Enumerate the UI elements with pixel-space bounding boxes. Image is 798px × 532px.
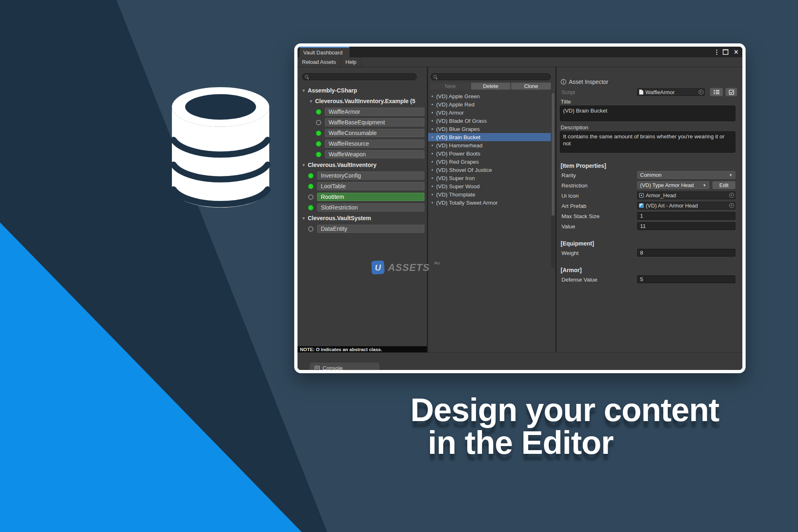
inspector-sections: [Item Properties]RarityCommon▼Restrictio… [561, 162, 738, 285]
object-picker-icon[interactable] [699, 90, 703, 95]
asset-row-vd-brain-bucket[interactable]: •(VD) Brain Bucket [428, 133, 551, 141]
asset-row-vd-power-boots[interactable]: •(VD) Power Boots [428, 149, 551, 158]
bullet-icon: • [431, 101, 433, 108]
tree-group-cleverous-vaultsystem[interactable]: ▼Cleverous.VaultSystem [298, 213, 427, 223]
properties-button[interactable] [710, 88, 723, 96]
property-label: Rarity [561, 172, 576, 178]
script-object-field[interactable]: WaffleArmor [637, 88, 705, 96]
menu-help[interactable]: Help [341, 57, 361, 67]
delete-button[interactable]: Delete [471, 83, 511, 90]
collapse-arrow-icon[interactable]: ▼ [302, 88, 306, 93]
scrollbar-thumb[interactable] [552, 93, 555, 216]
class-button-label: LootTable [321, 183, 346, 189]
inspector-header: Asset Inspector [561, 79, 609, 85]
bullet-icon: • [431, 200, 433, 206]
title-field[interactable]: (VD) Brain Bucket [560, 106, 735, 121]
value-field[interactable]: 11 [637, 222, 735, 230]
class-button-inventoryconfig[interactable]: InventoryConfig [317, 171, 424, 180]
property-label: Defense Value [561, 277, 597, 283]
bullet-icon: • [431, 93, 433, 99]
bullet-icon: • [431, 192, 433, 198]
object-picker-icon[interactable] [729, 203, 734, 208]
asset-row-vd-totally-sweet-armor[interactable]: •(VD) Totally Sweet Armor [428, 198, 551, 207]
weight-field[interactable]: 8 [637, 249, 735, 257]
class-button-rootitem[interactable]: RootItem [317, 193, 424, 201]
tree-search-input[interactable] [302, 73, 417, 80]
description-field[interactable]: It contains the same amount of brains wh… [560, 131, 735, 153]
menu-reload-assets[interactable]: Reload Assets [298, 57, 341, 67]
max-stack-size-field[interactable]: 1 [637, 212, 735, 220]
class-button-label: WaffleBaseEquipment [329, 119, 385, 126]
asset-row-label: (VD) Red Grapes [436, 159, 479, 165]
new-button[interactable]: New [431, 83, 470, 90]
asset-search-input[interactable] [431, 73, 551, 80]
uassets-logo-icon: U [371, 260, 385, 275]
class-button-wafflearmor[interactable]: WaffleArmor [325, 108, 424, 116]
property-label: Restriction [561, 183, 588, 189]
class-button-label: RootItem [321, 194, 344, 200]
class-button-waffleresource[interactable]: WaffleResource [325, 140, 424, 148]
asset-row-vd-super-iron[interactable]: •(VD) Super Iron [428, 174, 551, 182]
tab-console[interactable]: Console [310, 363, 379, 373]
headline-line1: Design your content [401, 391, 728, 429]
asset-row-vd-red-grapes[interactable]: •(VD) Red Grapes [428, 158, 551, 166]
ui-icon-object-field[interactable]: Armor_Head [637, 192, 735, 199]
asset-row-vd-blade-of-grass[interactable]: •(VD) Blade Of Grass [428, 117, 551, 125]
class-button-dataentity[interactable]: DataEntity [317, 225, 424, 233]
asset-list-scrollbar[interactable] [551, 92, 555, 268]
close-icon[interactable]: × [734, 50, 738, 54]
object-picker-icon[interactable] [729, 193, 734, 198]
tab-vault-dashboard[interactable]: Vault Dashboard [300, 47, 349, 57]
class-button-loottable[interactable]: LootTable [317, 182, 424, 190]
collapse-arrow-icon[interactable]: ▼ [302, 216, 306, 221]
asset-row-vd-apple-red[interactable]: •(VD) Apple Red [428, 100, 551, 108]
tree-item-loottable: LootTable [298, 181, 427, 192]
property-label: Art Prefab [561, 203, 586, 209]
class-button-wafflebaseequipment[interactable]: WaffleBaseEquipment [325, 118, 424, 126]
tree-item-inventoryconfig: InventoryConfig [298, 170, 427, 181]
maximize-icon[interactable] [723, 49, 728, 55]
tree-item-wafflebaseequipment: WaffleBaseEquipment [298, 117, 427, 128]
description-label: Description [561, 124, 588, 131]
asset-row-vd-armor[interactable]: •(VD) Armor [428, 108, 551, 117]
asset-row-vd-thornplate[interactable]: •(VD) Thornplate [428, 190, 551, 198]
art-prefab-object-field[interactable]: (VD) Art - Armor Head [637, 202, 735, 210]
asset-row-vd-apple-green[interactable]: •(VD) Apple Green [428, 92, 551, 100]
asset-row-vd-blue-grapes[interactable]: •(VD) Blue Grapes [428, 125, 551, 133]
window-bottom-strip: Console [298, 352, 742, 370]
class-button-waffleweapon[interactable]: WaffleWeapon [325, 150, 424, 158]
concrete-class-icon [308, 173, 313, 178]
bullet-icon: • [431, 118, 433, 124]
vault-dashboard-window: Vault Dashboard × Reload Assets Help ▼As… [294, 43, 746, 373]
rarity-dropdown[interactable]: Common▼ [637, 171, 735, 179]
asset-row-label: (VD) Power Boots [436, 151, 480, 157]
class-button-slotrestriction[interactable]: SlotRestriction [317, 203, 424, 212]
defense-value-field[interactable]: 5 [637, 275, 735, 283]
search-icon [305, 75, 309, 79]
restriction-dropdown[interactable]: (VD) Type Armor Head▼ [637, 181, 709, 189]
clone-button[interactable]: Clone [511, 83, 551, 90]
checkbox-button[interactable] [726, 88, 737, 96]
desktop-background: Design your content in the Editor Vault … [0, 0, 798, 532]
asset-row-vd-super-wood[interactable]: •(VD) Super Wood [428, 182, 551, 190]
abstract-class-icon [316, 120, 321, 125]
dropdown-value: (VD) Type Armor Head [640, 182, 703, 188]
asset-row-vd-shovel-of-justice[interactable]: •(VD) Shovel Of Justice [428, 166, 551, 174]
class-button-waffleconsumable[interactable]: WaffleConsumable [325, 129, 424, 137]
asset-row-label: (VD) Hammerhead [436, 142, 482, 149]
asset-row-vd-hammerhead[interactable]: •(VD) Hammerhead [428, 141, 551, 149]
asset-row-label: (VD) Super Iron [436, 175, 475, 181]
edit-button[interactable]: Edit [712, 181, 735, 189]
tree-group-assembly-csharp[interactable]: ▼Assembly-CSharp [298, 85, 427, 96]
section-gap [561, 232, 738, 240]
bullet-icon: • [431, 142, 433, 149]
collapse-arrow-icon[interactable]: ▼ [309, 99, 313, 104]
collapse-arrow-icon[interactable]: ▼ [302, 163, 306, 167]
concrete-class-icon [308, 205, 313, 210]
tree-group-cleverous-vaultinventory[interactable]: ▼Cleverous.VaultInventory [298, 160, 427, 170]
asset-row-label: (VD) Super Wood [436, 183, 480, 189]
menu-dots-icon[interactable] [716, 50, 717, 55]
tree-group-cleverous-vaultinventory-example-5[interactable]: ▼Cleverous.VaultInventory.Example (5 [298, 96, 427, 106]
title-label: Title [561, 99, 571, 105]
class-tree-panel: ▼Assembly-CSharp▼Cleverous.VaultInventor… [298, 67, 427, 353]
